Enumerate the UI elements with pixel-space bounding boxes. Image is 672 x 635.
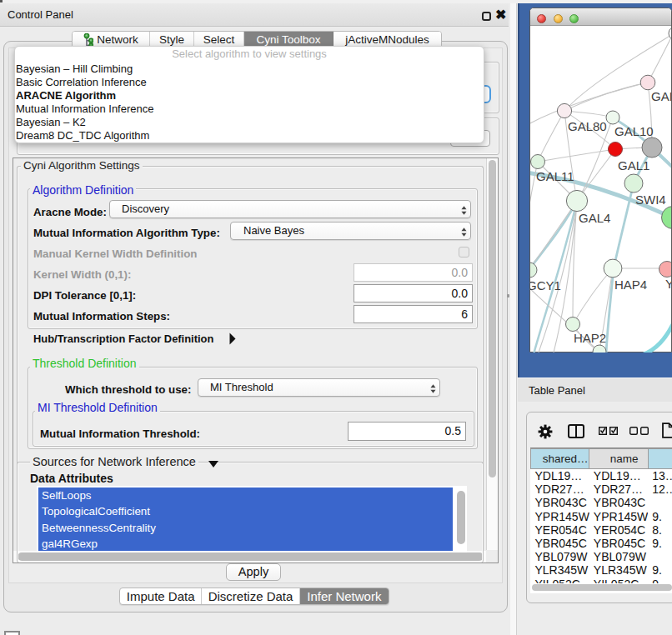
svg-text:GAL10: GAL10 <box>614 124 654 138</box>
svg-text:GCY1: GCY1 <box>530 278 561 292</box>
svg-text:Y: Y <box>665 277 671 291</box>
svg-text:HAP2: HAP2 <box>574 331 606 345</box>
svg-text:GAL4: GAL4 <box>579 211 610 225</box>
svg-text:HAP4: HAP4 <box>614 278 647 292</box>
svg-text:GAL80: GAL80 <box>568 119 607 133</box>
svg-text:SWI4: SWI4 <box>635 192 666 207</box>
svg-text:GAL1: GAL1 <box>618 158 649 172</box>
svg-text:GAL11: GAL11 <box>536 169 574 183</box>
svg-text:GAL2: GAL2 <box>651 89 671 103</box>
